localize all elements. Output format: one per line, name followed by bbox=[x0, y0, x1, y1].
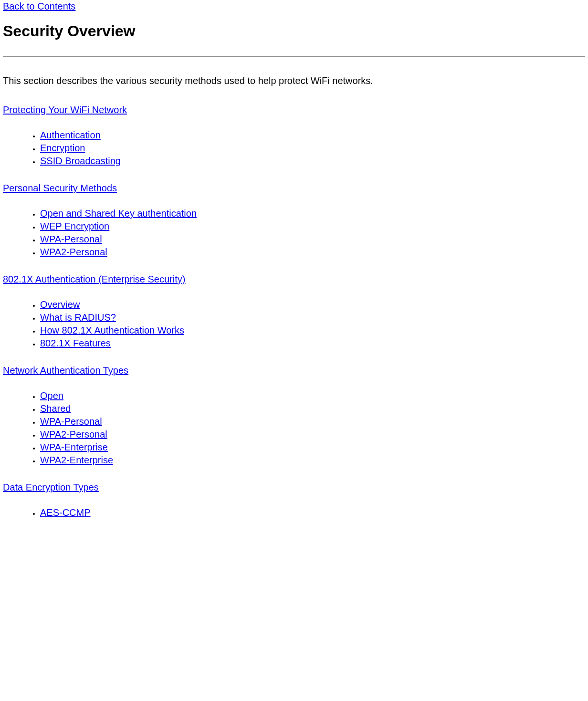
list-item: Encryption bbox=[40, 143, 585, 154]
link-8021x-features[interactable]: 802.1X Features bbox=[40, 338, 111, 348]
section-link-personal-security[interactable]: Personal Security Methods bbox=[3, 183, 117, 193]
link-wpa-personal-2[interactable]: WPA-Personal bbox=[40, 416, 102, 427]
section-heading: Data Encryption Types bbox=[3, 482, 585, 493]
link-open-shared-key[interactable]: Open and Shared Key authentication bbox=[40, 208, 197, 219]
section-link-data-encryption-types[interactable]: Data Encryption Types bbox=[3, 482, 99, 492]
list-item: WPA2-Enterprise bbox=[40, 455, 585, 466]
section-heading: Personal Security Methods bbox=[3, 183, 585, 194]
list-item: Open and Shared Key authentication bbox=[40, 208, 585, 219]
list-item: Overview bbox=[40, 299, 585, 310]
link-ssid-broadcasting[interactable]: SSID Broadcasting bbox=[40, 156, 121, 166]
link-list: Open and Shared Key authentication WEP E… bbox=[3, 208, 585, 258]
link-wpa2-personal[interactable]: WPA2-Personal bbox=[40, 247, 107, 257]
section-heading: 802.1X Authentication (Enterprise Securi… bbox=[3, 274, 585, 285]
page-container: Back to Contents Security Overview This … bbox=[0, 0, 588, 544]
link-wpa2-personal-2[interactable]: WPA2-Personal bbox=[40, 429, 107, 439]
list-item: How 802.1X Authentication Works bbox=[40, 325, 585, 336]
section-link-network-auth-types[interactable]: Network Authentication Types bbox=[3, 365, 128, 376]
link-what-is-radius[interactable]: What is RADIUS? bbox=[40, 312, 116, 323]
link-authentication[interactable]: Authentication bbox=[40, 130, 101, 140]
horizontal-rule bbox=[3, 56, 585, 57]
link-wep-encryption[interactable]: WEP Encryption bbox=[40, 221, 109, 231]
link-list: AES-CCMP bbox=[3, 507, 585, 518]
list-item: WPA-Personal bbox=[40, 234, 585, 245]
section-link-protecting[interactable]: Protecting Your WiFi Network bbox=[3, 105, 127, 115]
link-overview[interactable]: Overview bbox=[40, 299, 80, 310]
list-item: Authentication bbox=[40, 130, 585, 141]
list-item: Shared bbox=[40, 403, 585, 414]
page-title: Security Overview bbox=[3, 22, 585, 40]
list-item: WPA-Enterprise bbox=[40, 442, 585, 453]
link-encryption[interactable]: Encryption bbox=[40, 143, 85, 153]
list-item: Open bbox=[40, 390, 585, 401]
link-wpa2-enterprise[interactable]: WPA2-Enterprise bbox=[40, 455, 113, 465]
list-item: SSID Broadcasting bbox=[40, 156, 585, 167]
list-item: WPA-Personal bbox=[40, 416, 585, 427]
link-list: Overview What is RADIUS? How 802.1X Auth… bbox=[3, 299, 585, 349]
list-item: WPA2-Personal bbox=[40, 247, 585, 258]
link-how-8021x-works[interactable]: How 802.1X Authentication Works bbox=[40, 325, 184, 335]
link-open[interactable]: Open bbox=[40, 390, 63, 401]
link-list: Open Shared WPA-Personal WPA2-Personal W… bbox=[3, 390, 585, 466]
section-heading: Protecting Your WiFi Network bbox=[3, 105, 585, 115]
list-item: AES-CCMP bbox=[40, 507, 585, 518]
list-item: What is RADIUS? bbox=[40, 312, 585, 323]
list-item: WPA2-Personal bbox=[40, 429, 585, 440]
link-list: Authentication Encryption SSID Broadcast… bbox=[3, 130, 585, 167]
section-link-8021x-auth[interactable]: 802.1X Authentication (Enterprise Securi… bbox=[3, 274, 185, 284]
list-item: WEP Encryption bbox=[40, 221, 585, 232]
intro-paragraph: This section describes the various secur… bbox=[3, 75, 585, 86]
back-to-contents-link[interactable]: Back to Contents bbox=[3, 1, 75, 12]
link-shared[interactable]: Shared bbox=[40, 403, 71, 414]
link-wpa-personal[interactable]: WPA-Personal bbox=[40, 234, 102, 244]
list-item: 802.1X Features bbox=[40, 338, 585, 349]
link-aes-ccmp[interactable]: AES-CCMP bbox=[40, 507, 91, 518]
section-heading: Network Authentication Types bbox=[3, 365, 585, 376]
link-wpa-enterprise[interactable]: WPA-Enterprise bbox=[40, 442, 108, 452]
